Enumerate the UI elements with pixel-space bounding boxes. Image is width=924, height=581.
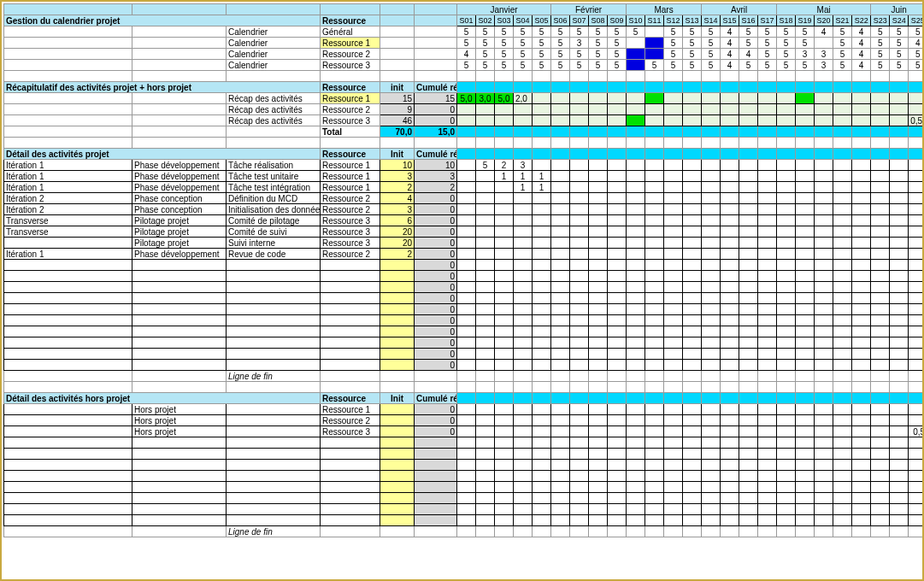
cell[interactable] (777, 371, 796, 382)
cell[interactable] (758, 204, 777, 215)
cell[interactable] (132, 460, 227, 471)
cell[interactable] (533, 193, 551, 204)
cell[interactable] (132, 115, 227, 126)
cell[interactable] (871, 82, 890, 93)
cell[interactable] (852, 149, 871, 160)
cell[interactable] (380, 260, 415, 271)
cell[interactable] (514, 315, 533, 326)
cell[interactable] (758, 426, 777, 437)
cell[interactable] (551, 493, 570, 504)
cell[interactable] (871, 415, 890, 426)
cell[interactable] (702, 515, 721, 526)
cell[interactable]: Calendrier (227, 60, 321, 71)
cell[interactable] (457, 526, 476, 537)
cell[interactable] (852, 526, 871, 537)
cell[interactable] (815, 526, 833, 537)
cell[interactable] (495, 238, 514, 249)
cell[interactable] (702, 93, 721, 104)
cell[interactable] (380, 371, 415, 382)
cell[interactable] (514, 304, 533, 315)
cell[interactable] (645, 93, 664, 104)
cell[interactable]: S21 (833, 15, 852, 26)
cell[interactable] (909, 371, 924, 382)
cell[interactable] (890, 349, 909, 360)
cell[interactable] (321, 293, 380, 304)
cell[interactable]: 5 (476, 26, 495, 38)
cell[interactable]: 5 (457, 60, 476, 71)
cell[interactable] (909, 515, 924, 526)
cell[interactable]: 5 (796, 60, 815, 71)
cell[interactable] (871, 304, 890, 315)
cell[interactable] (796, 415, 815, 426)
cell[interactable] (589, 126, 608, 138)
cell[interactable]: Ressource 3 (321, 426, 380, 437)
cell[interactable] (415, 515, 457, 526)
cell[interactable]: 4 (852, 49, 871, 60)
cell[interactable] (833, 126, 852, 138)
cell[interactable] (683, 471, 702, 482)
cell[interactable] (514, 526, 533, 537)
cell[interactable] (702, 482, 721, 493)
cell[interactable] (683, 293, 702, 304)
cell[interactable] (514, 360, 533, 371)
cell[interactable] (871, 171, 890, 182)
cell[interactable] (533, 326, 551, 337)
cell[interactable] (871, 238, 890, 249)
cell[interactable]: 10 (380, 160, 415, 171)
cell[interactable]: Itération 2 (4, 204, 132, 215)
cell[interactable] (721, 315, 739, 326)
cell[interactable] (608, 337, 627, 349)
cell[interactable] (664, 426, 683, 437)
cell[interactable] (852, 337, 871, 349)
cell[interactable] (852, 171, 871, 182)
cell[interactable] (380, 382, 415, 393)
cell[interactable] (608, 404, 627, 415)
cell[interactable] (852, 82, 871, 93)
cell[interactable] (683, 160, 702, 171)
cell[interactable] (739, 171, 758, 182)
cell[interactable] (815, 349, 833, 360)
cell[interactable]: 5 (608, 38, 627, 49)
cell[interactable] (683, 504, 702, 515)
cell[interactable]: 5 (533, 26, 551, 38)
cell[interactable] (533, 526, 551, 537)
cell[interactable] (739, 382, 758, 393)
cell[interactable]: 4 (909, 38, 924, 49)
cell[interactable] (777, 93, 796, 104)
cell[interactable] (758, 471, 777, 482)
cell[interactable] (871, 437, 890, 449)
cell[interactable] (551, 471, 570, 482)
cell[interactable]: Cumulé réactua. (415, 149, 457, 160)
cell[interactable] (683, 449, 702, 460)
cell[interactable] (227, 404, 321, 415)
cell[interactable]: S11 (645, 15, 664, 26)
cell[interactable] (890, 371, 909, 382)
cell[interactable] (227, 349, 321, 360)
cell[interactable] (321, 282, 380, 293)
cell[interactable]: 5 (796, 38, 815, 49)
cell[interactable] (608, 526, 627, 537)
cell[interactable] (739, 238, 758, 249)
cell[interactable] (380, 138, 415, 149)
cell[interactable]: Pilotage projet (132, 238, 227, 249)
cell[interactable] (227, 138, 321, 149)
cell[interactable] (227, 460, 321, 471)
cell[interactable] (664, 460, 683, 471)
cell[interactable] (514, 193, 533, 204)
cell[interactable] (132, 38, 227, 49)
cell[interactable]: Mai (777, 4, 871, 15)
cell[interactable] (871, 393, 890, 404)
cell[interactable]: 3 (570, 38, 589, 49)
cell[interactable] (589, 460, 608, 471)
cell[interactable] (833, 171, 852, 182)
cell[interactable] (476, 138, 495, 149)
cell[interactable] (132, 371, 227, 382)
cell[interactable] (627, 360, 645, 371)
cell[interactable] (495, 326, 514, 337)
cell[interactable] (796, 149, 815, 160)
cell[interactable] (495, 126, 514, 138)
cell[interactable]: 5 (871, 49, 890, 60)
cell[interactable] (627, 460, 645, 471)
cell[interactable] (533, 426, 551, 437)
cell[interactable] (533, 360, 551, 371)
